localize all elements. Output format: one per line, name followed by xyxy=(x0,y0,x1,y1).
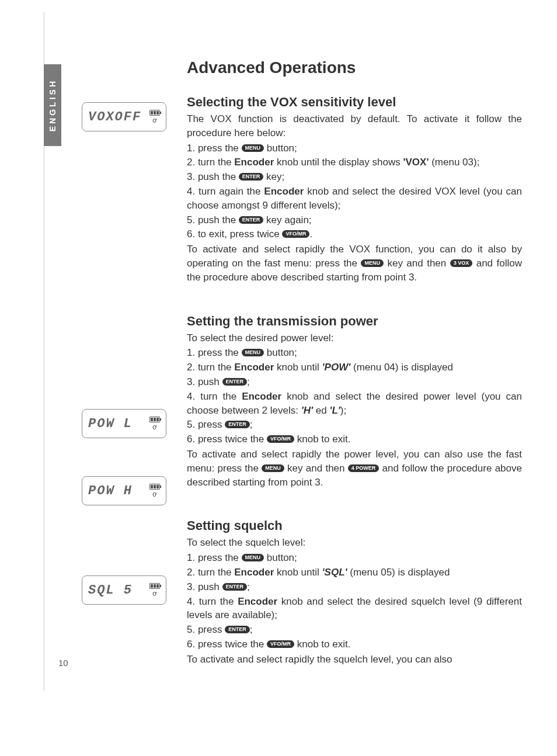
lcd-status-icons: ơ xyxy=(149,583,160,598)
vfomr-key-icon: VFO/MR xyxy=(267,435,294,443)
section3-step3: 3. push ENTER; xyxy=(187,580,522,594)
lcd-text: POW L xyxy=(88,417,149,431)
section2-step6: 6. press twice the VFO/MR knob to exit. xyxy=(187,432,522,446)
antenna-icon: ơ xyxy=(152,117,156,124)
section3-step4: 4. turn the Encoder knob and select the … xyxy=(187,595,522,623)
lcd-pow-h: POW H ơ xyxy=(82,476,166,505)
battery-icon xyxy=(149,417,160,422)
language-label: ENGLISH xyxy=(48,79,57,131)
enter-key-icon: ENTER xyxy=(239,216,264,224)
section2-step4: 4. turn the Encoder knob and select the … xyxy=(187,390,522,418)
antenna-icon: ơ xyxy=(152,591,156,598)
lcd-status-icons: ơ xyxy=(149,484,160,498)
enter-key-icon: ENTER xyxy=(225,626,250,633)
section3-outro: To activate and select rapidly the squel… xyxy=(187,653,522,667)
section1-step5: 5. push the ENTER key again; xyxy=(187,213,522,227)
lcd-status-icons: ơ xyxy=(149,110,160,124)
section1-outro: To activate and select rapidly the VOX f… xyxy=(187,242,522,284)
lcd-status-icons: ơ xyxy=(149,417,160,431)
menu-key-icon: MENU xyxy=(242,144,264,152)
vfomr-key-icon: VFO/MR xyxy=(282,230,309,238)
section2-step2: 2. turn the Encoder knob until 'POW' (me… xyxy=(187,360,522,374)
section1-step6: 6. to exit, press twice VFO/MR. xyxy=(187,227,522,241)
lcd-text: POW H xyxy=(88,484,149,498)
page-number: 10 xyxy=(58,658,68,668)
power4-key-icon: 4 POWER xyxy=(348,464,380,472)
battery-icon xyxy=(149,583,160,589)
section1-step3: 3. push the ENTER key; xyxy=(187,170,522,184)
lcd-sql: SQL 5 ơ xyxy=(82,575,166,605)
page: ENGLISH VOXOFF ơ POW L ơ POW H ơ SQL 5 ơ… xyxy=(0,0,557,691)
enter-key-icon: ENTER xyxy=(225,421,250,428)
lcd-text: VOXOFF xyxy=(88,110,149,124)
antenna-icon: ơ xyxy=(152,424,156,431)
section1-step2: 2. turn the Encoder knob until the displ… xyxy=(187,155,522,169)
section2-step1: 1. press the MENU button; xyxy=(187,346,522,360)
section2-outro: To activate and select rapidly the power… xyxy=(187,448,522,489)
content-column: Advanced Operations Selecting the VOX se… xyxy=(187,58,522,667)
page-title: Advanced Operations xyxy=(187,58,522,77)
lcd-pow-l: POW L ơ xyxy=(82,409,166,438)
section3-step2: 2. turn the Encoder knob until 'SQL' (me… xyxy=(187,566,522,580)
section1-step1: 1. press the MENU button; xyxy=(187,141,522,155)
menu-key-icon: MENU xyxy=(242,349,264,356)
language-tab: ENGLISH xyxy=(44,64,61,146)
menu-key-icon: MENU xyxy=(262,464,284,472)
antenna-icon: ơ xyxy=(152,491,156,498)
section3-intro: To select the squelch level: xyxy=(187,536,522,550)
menu-key-icon: MENU xyxy=(242,554,264,561)
battery-icon xyxy=(149,110,160,116)
enter-key-icon: ENTER xyxy=(239,173,264,181)
section2-step5: 5. press ENTER; xyxy=(187,418,522,432)
section2-step3: 3. push ENTER; xyxy=(187,375,522,389)
battery-icon xyxy=(149,484,160,490)
section1-title: Selecting the VOX sensitivity level xyxy=(187,95,522,110)
section1-intro: The VOX function is deactivated by defau… xyxy=(187,112,522,140)
lcd-text: SQL 5 xyxy=(88,583,149,598)
section3-step1: 1. press the MENU button; xyxy=(187,551,522,565)
section3-step6: 6. press twice the VFO/MR knob to exit. xyxy=(187,637,522,651)
lcd-vox-off: VOXOFF ơ xyxy=(82,102,166,131)
section2-intro: To select the desired power level: xyxy=(187,331,522,345)
section1-step4: 4. turn again the Encoder knob and selec… xyxy=(187,185,522,213)
vfomr-key-icon: VFO/MR xyxy=(267,640,294,648)
menu-key-icon: MENU xyxy=(361,259,384,267)
section2-title: Setting the transmission power xyxy=(187,314,522,329)
section3-step5: 5. press ENTER; xyxy=(187,623,522,637)
enter-key-icon: ENTER xyxy=(222,378,248,386)
section3-title: Setting squelch xyxy=(187,518,522,533)
vox3-key-icon: 3 VOX xyxy=(450,259,473,267)
enter-key-icon: ENTER xyxy=(222,583,248,591)
